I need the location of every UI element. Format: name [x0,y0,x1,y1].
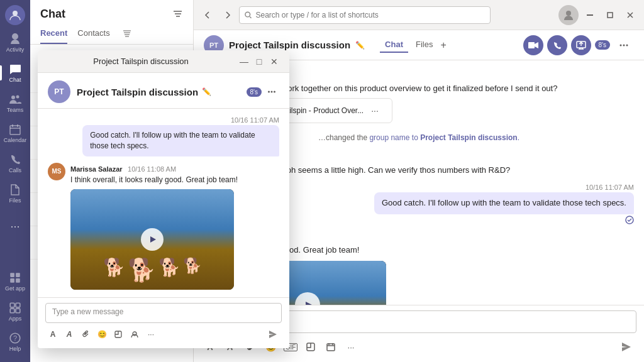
sidebar-files-label: Files [9,197,21,204]
sidebar-item-calendar[interactable]: Calendar [0,118,30,148]
top-bar [194,0,644,30]
modal-participants: 8's [247,84,279,99]
sticker-icon [306,343,315,351]
share-screen-button[interactable] [571,35,591,55]
modal-minimize-button[interactable]: — [236,54,252,69]
modal-compose-box[interactable]: Type a new message [45,303,282,323]
svg-rect-10 [10,309,14,313]
message-time: 10/16 11:08 AM [128,165,176,173]
modal-attach-button[interactable] [78,327,93,342]
modal-header: Project Tailspin discussion — □ ✕ [38,50,289,73]
message-time: 10/16 11:07 AM [586,184,634,191]
add-tab-button[interactable]: + [440,40,446,51]
user-icon [562,9,575,21]
send-button[interactable] [616,337,636,357]
audio-call-button[interactable] [547,35,567,55]
more-options-button[interactable] [614,35,634,55]
sidebar-item-more[interactable]: ... [0,209,30,239]
tab-files[interactable]: Files [411,37,438,53]
modal-bold-button[interactable]: A [62,327,77,342]
sidebar-item-chat[interactable]: Chat [0,58,30,88]
edit-title-icon[interactable]: ✏️ [355,41,365,50]
search-input[interactable] [255,11,485,19]
svg-point-30 [271,91,273,93]
participants-count-badge[interactable]: 8's [595,40,610,50]
nav-forward-button[interactable] [219,6,236,24]
svg-rect-11 [16,309,20,313]
modal-send-button[interactable] [264,326,282,343]
modal-sticker-button[interactable] [111,327,126,342]
tab-recent[interactable]: Recent [40,23,67,44]
file-options-button[interactable]: ··· [371,106,379,116]
edit-modal-title-icon[interactable]: ✏️ [202,87,211,96]
sidebar-item-calls[interactable]: Calls [0,148,30,178]
message-content: 10/16 11:08 AM …looks really good. Great… [229,232,634,305]
chat-list-tabs: Recent Contacts [30,23,193,45]
minimize-icon [587,14,593,16]
more-dots-label: ... [10,217,19,231]
sticker-button[interactable] [302,338,319,356]
svg-rect-28 [327,344,335,351]
sidebar-item-getapp[interactable]: Get app [0,266,30,297]
more-icon [619,40,629,50]
sidebar-item-files[interactable]: Files [0,178,30,209]
modal-play-button[interactable] [141,228,164,251]
close-icon [627,12,633,18]
modal-emoji-button[interactable]: 😊 [94,327,109,342]
sidebar-item-teams[interactable]: Teams [0,88,30,118]
modal-more-toolbar-button[interactable]: ··· [143,327,158,342]
modal-restore-button[interactable]: □ [252,54,267,69]
user-avatar-sidebar[interactable] [5,5,25,25]
message-content: 10/16 11:06 AM Hi all. Can we work toget… [229,70,634,123]
modal-message-bubble: Good catch. I'll follow up with the team… [82,125,279,156]
modal-format-button[interactable]: A [45,327,60,342]
tab-contacts[interactable]: Contacts [77,23,109,44]
more-compose-button[interactable]: ··· [342,338,360,356]
message-bubble: Good catch. I'll follow up with the team… [374,192,634,214]
window-minimize-button[interactable] [581,6,599,24]
message-sender: Marissa Salazar [70,165,123,173]
window-restore-button[interactable] [601,6,619,24]
video-call-button[interactable] [523,35,543,55]
message-time: 10/16 11:07 AM [231,116,279,124]
svg-point-29 [268,91,270,93]
svg-point-0 [13,11,18,16]
search-bar[interactable] [239,6,491,24]
sidebar-item-help[interactable]: ? Help [0,327,30,357]
filter-list-icon[interactable] [123,30,131,38]
modal-close-button[interactable]: ✕ [267,54,282,69]
nav-back-button[interactable] [199,6,216,24]
share-icon [576,41,586,50]
filter-icon[interactable] [173,9,183,19]
svg-point-25 [626,44,628,46]
modal-more-button[interactable] [264,84,279,99]
modal-messages: 10/16 11:07 AM Good catch. I'll follow u… [38,109,289,297]
modal-participants-badge: 8's [247,87,262,97]
tab-chat[interactable]: Chat [380,37,408,53]
svg-point-17 [245,12,250,17]
svg-rect-21 [528,42,535,48]
modal-play-icon [148,235,157,244]
schedule-button[interactable] [322,338,340,356]
modal-chat-header: PT Project Tailspin discussion ✏️ 8's [38,73,289,109]
search-icon [245,11,252,19]
user-avatar-top[interactable] [558,5,579,25]
window-close-button[interactable] [621,6,639,24]
back-arrow-icon [203,11,212,19]
sticker-icon [114,331,122,338]
modal-message-text: I think overall, it looks really good. G… [70,175,238,184]
modal-video-thumbnail[interactable]: 🐕 🐕 🐕 🐕 [70,189,234,290]
svg-point-18 [566,11,571,16]
phone-icon [553,41,562,50]
sidebar-item-activity[interactable]: Activity [0,28,30,58]
svg-rect-20 [608,13,613,18]
modal-more-icon [267,87,276,96]
svg-rect-5 [16,273,20,277]
modal-meetingnote-button[interactable] [127,327,142,342]
sidebar-item-apps[interactable]: Apps [0,297,30,327]
message-content: 11:06 AM …wn on the graph seems a little… [229,152,634,176]
svg-rect-6 [10,278,14,283]
svg-point-24 [623,44,625,46]
sidebar-bottom-section: Get app Apps ? Help [0,266,30,357]
sidebar-apps-label: Apps [9,315,22,322]
